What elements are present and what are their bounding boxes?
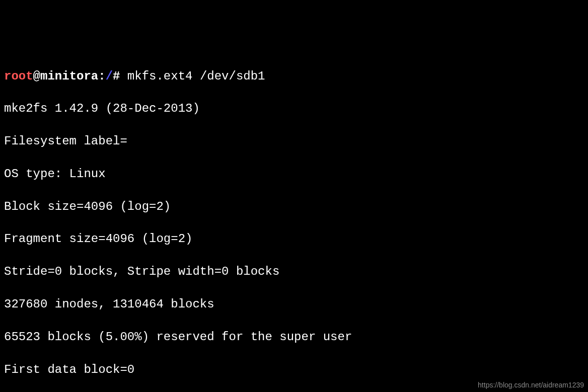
- output-line: Filesystem label=: [4, 133, 584, 149]
- output-line: mke2fs 1.42.9 (28-Dec-2013): [4, 101, 584, 117]
- watermark-text: https://blog.csdn.net/aidream1239: [478, 380, 584, 390]
- output-line: Fragment size=4096 (log=2): [4, 231, 584, 247]
- output-line: First data block=0: [4, 362, 584, 378]
- prompt-host: minitora: [40, 69, 98, 83]
- prompt-at: @: [33, 69, 40, 83]
- output-line: OS type: Linux: [4, 166, 584, 182]
- prompt-command: mkfs.ext4 /dev/sdb1: [127, 69, 265, 83]
- output-line: Stride=0 blocks, Stripe width=0 blocks: [4, 264, 584, 280]
- output-line: 65523 blocks (5.00%) reserved for the su…: [4, 329, 584, 345]
- prompt-hash: #: [113, 69, 127, 83]
- output-line: Block size=4096 (log=2): [4, 199, 584, 215]
- output-line: 327680 inodes, 1310464 blocks: [4, 296, 584, 312]
- prompt-path: /: [106, 69, 113, 83]
- prompt-user: root: [4, 69, 33, 83]
- terminal-line-prompt[interactable]: root@minitora:/# mkfs.ext4 /dev/sdb1: [4, 68, 584, 85]
- prompt-sep: :: [98, 69, 105, 83]
